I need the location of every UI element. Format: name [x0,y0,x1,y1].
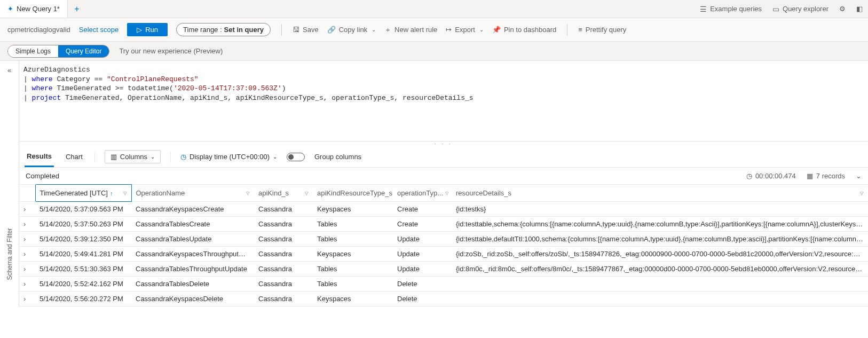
col-apikindresourcetype[interactable]: apiKindResourceType_s▿ [313,185,393,202]
resize-handle[interactable]: · · · [19,141,868,146]
cell-restype: Keyspaces [313,247,393,262]
cell-restype: Tables [313,217,393,232]
panel-button[interactable]: ◧ [851,0,868,18]
panel-icon: ◧ [856,5,863,13]
export-button[interactable]: ↦ Export ⌄ [446,26,484,34]
stopwatch-icon: ◷ [746,172,752,180]
cell-op: CassandraTablesDelete [131,277,254,292]
col-operationtype[interactable]: operationTyp...▿ [393,185,452,202]
expand-results-icon[interactable]: ⌄ [856,172,862,180]
cell-details: {id:8m0c,_rid:8m0c,_self:offers/8m0c/,_t… [452,262,868,277]
select-scope-link[interactable]: Select scope [79,26,119,34]
expand-sidebar-icon[interactable]: « [7,66,11,74]
duration: ◷ 00:00:00.474 [746,172,796,180]
status-text: Completed [26,172,59,180]
query-editor-pill[interactable]: Query Editor [58,45,109,57]
record-count: ▦ 7 records [807,172,845,180]
query-editor[interactable]: AzureDiagnostics | where Category == "Co… [19,61,868,141]
gear-icon: ⚙ [839,5,846,13]
settings-button[interactable]: ⚙ [834,0,851,18]
filter-icon[interactable]: ▿ [123,189,127,197]
expand-row-icon[interactable]: › [19,202,35,217]
cell-optype: Delete [393,292,452,306]
cell-op: CassandraKeyspacesDelete [131,292,254,306]
columns-button[interactable]: ▥ Columns ⌄ [105,150,161,163]
filter-icon[interactable]: ▿ [445,189,449,197]
cell-restype: Keyspaces [313,292,393,306]
filter-icon[interactable]: ▿ [860,189,864,197]
editor-results: AzureDiagnostics | where Category == "Co… [19,61,868,306]
new-tab-button[interactable]: + [68,4,86,14]
display-time-button[interactable]: ◷ Display time (UTC+00:00) ⌄ [180,153,277,161]
chevron-down-icon: ⌄ [372,27,376,33]
tab-results[interactable]: Results [25,147,54,167]
cell-optype: Delete [393,277,452,292]
cell-time: 5/14/2020, 5:52:42.162 PM [35,277,131,292]
cell-op: CassandraTablesUpdate [131,232,254,247]
separator [170,151,171,163]
example-queries-button[interactable]: ☰ Example queries [695,0,767,18]
columns-icon: ▥ [111,153,117,161]
timerange-prefix: Time range : [183,26,222,34]
filter-icon[interactable]: ▿ [305,189,309,197]
mode-pill-group: Simple Logs Query Editor [7,45,109,58]
scope-name: cpmetricdiaglogvalid [7,26,70,34]
cell-apikind: Cassandra [254,292,313,306]
separator [567,24,567,36]
cell-optype: Create [393,202,452,217]
clock-icon: ◷ [180,153,186,161]
tab-chart[interactable]: Chart [64,147,85,166]
timerange-button[interactable]: Time range : Set in query [176,23,271,36]
mode-tab-row: Simple Logs Query Editor Try our new exp… [0,42,868,61]
toolbar: cpmetricdiaglogvalid Select scope ▷ Run … [0,18,868,42]
pin-button[interactable]: 📌 Pin to dashboard [492,26,556,34]
expand-row-icon[interactable]: › [19,262,35,277]
col-resourcedetails[interactable]: resourceDetails_s▿ [452,185,868,202]
sidebar-collapsed: « Schema and Filter [0,61,19,306]
link-icon: 🔗 [327,26,336,34]
expand-row-icon[interactable]: › [19,232,35,247]
simple-logs-pill[interactable]: Simple Logs [8,45,58,57]
table-row[interactable]: ›5/14/2020, 5:37:50.263 PMCassandraTable… [19,217,868,232]
q-table: AzureDiagnostics [23,66,90,74]
col-timegenerated[interactable]: TimeGenerated [UTC]↑▿ [35,185,131,202]
cell-details: {id:testtable,defaultTtl:1000,schema:{co… [452,232,868,247]
prettify-label: Prettify query [586,26,627,34]
cell-op: CassandraTablesCreate [131,217,254,232]
copy-link-button[interactable]: 🔗 Copy link ⌄ [327,26,376,34]
new-alert-rule-button[interactable]: ＋ New alert rule [384,25,437,35]
save-button[interactable]: 🖫 Save [293,26,319,34]
table-row[interactable]: ›5/14/2020, 5:51:30.363 PMCassandraTable… [19,262,868,277]
display-time-label: Display time (UTC+00:00) [190,153,270,161]
plus-icon: ＋ [384,25,391,35]
query-explorer-button[interactable]: ▭ Query explorer [767,0,834,18]
table-row[interactable]: ›5/14/2020, 5:37:09.563 PMCassandraKeysp… [19,202,868,217]
col-operationname[interactable]: OperationName▿ [131,185,254,202]
cell-restype: Keyspaces [313,202,393,217]
table-row[interactable]: ›5/14/2020, 5:39:12.350 PMCassandraTable… [19,232,868,247]
prettify-button[interactable]: ≡ Prettify query [578,26,626,34]
status-row: Completed ◷ 00:00:00.474 ▦ 7 records ⌄ [19,168,868,184]
run-button[interactable]: ▷ Run [127,23,168,36]
cell-time: 5/14/2020, 5:51:30.363 PM [35,262,131,277]
filter-icon[interactable]: ▿ [246,189,250,197]
expand-row-icon[interactable]: › [19,247,35,262]
col-apikind[interactable]: apiKind_s▿ [254,185,313,202]
expand-row-icon[interactable]: › [19,277,35,292]
table-row[interactable]: ›5/14/2020, 5:56:20.272 PMCassandraKeysp… [19,292,868,306]
cell-details: {id:testks} [452,202,868,217]
cell-optype: Update [393,247,452,262]
sidebar-label[interactable]: Schema and Filter [6,223,13,285]
cell-apikind: Cassandra [254,262,313,277]
query-tab[interactable]: ✦ New Query 1* [0,0,68,18]
preview-link[interactable]: Try our new experience (Preview) [119,47,223,55]
monitor-icon: ✦ [7,5,13,13]
expand-row-icon[interactable]: › [19,292,35,306]
expand-row-icon[interactable]: › [19,217,35,232]
grid-header-row: TimeGenerated [UTC]↑▿ OperationName▿ api… [19,185,868,202]
table-row[interactable]: ›5/14/2020, 5:52:42.162 PMCassandraTable… [19,277,868,292]
table-row[interactable]: ›5/14/2020, 5:49:41.281 PMCassandraKeysp… [19,247,868,262]
group-columns-toggle[interactable] [287,153,305,161]
timerange-value: Set in query [224,26,264,34]
cell-time: 5/14/2020, 5:56:20.272 PM [35,292,131,306]
